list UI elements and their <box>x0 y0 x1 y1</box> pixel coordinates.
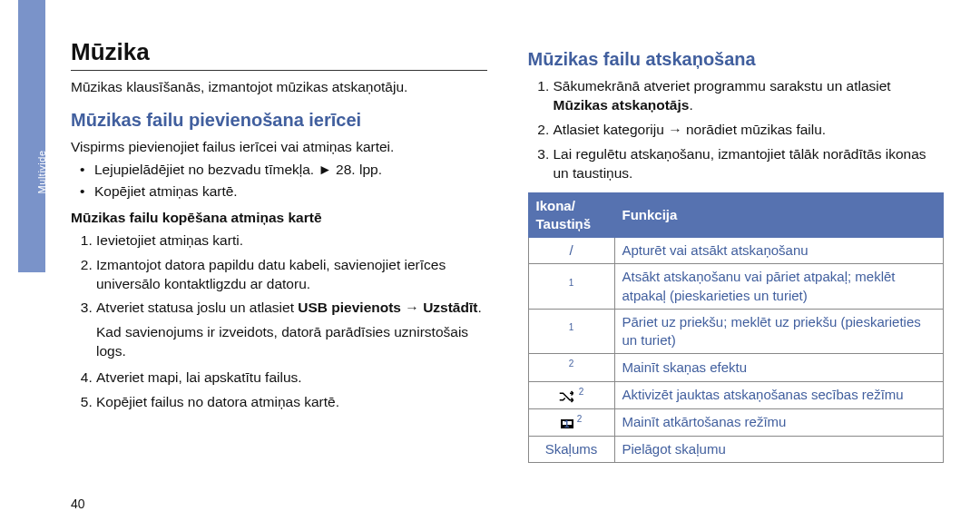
step-text: . <box>689 97 692 113</box>
key-cell: 2 <box>528 381 614 408</box>
strong-text: USB pievienots <box>298 300 401 315</box>
list-item: Atveriet statusa joslu un atlasiet USB p… <box>96 299 487 318</box>
page-number: 40 <box>71 496 85 513</box>
table-row: 1 2 Mainīt atkārtošanas režīmu <box>528 408 944 436</box>
key-cell: / <box>528 238 614 264</box>
list-item: Izmantojot datora papildu datu kabeli, s… <box>96 256 487 294</box>
intro-text: Mūzikas klausīšanās, izmantojot mūzikas … <box>71 78 487 97</box>
numbered-steps: Sākumekrānā atveriet programmu sarakstu … <box>528 77 945 183</box>
key-cell: 2 <box>528 354 614 381</box>
table-row: / Apturēt vai atsākt atskaņošanu <box>528 238 944 264</box>
side-tab <box>18 0 45 272</box>
function-cell: Atsākt atskaņošanu vai pāriet atpakaļ; m… <box>614 264 944 310</box>
list-item: Lai regulētu atskaņošanu, izmantojiet tā… <box>554 145 945 183</box>
table-row: 2 Mainīt skaņas efektu <box>528 354 944 381</box>
section-lead: Vispirms pievienojiet failus ierīcei vai… <box>71 138 487 157</box>
sub-heading-copy: Mūzikas failu kopēšana atmiņas kartē <box>71 209 487 228</box>
strong-text: Uzstādīt <box>423 300 477 315</box>
bullet-list: Lejupielādējiet no bezvadu tīmekļa. ► 28… <box>71 161 487 202</box>
step-text: Atveriet statusa joslu un atlasiet <box>96 300 298 315</box>
shuffle-icon <box>559 388 579 403</box>
list-item: Kopējiet failus no datora atmiņas kartē. <box>96 393 487 412</box>
strong-text: Mūzikas atskaņotājs <box>554 97 690 113</box>
step-text: → <box>401 300 423 315</box>
table-header-row: Ikona/ Taustiņš Funkcija <box>528 192 944 238</box>
key-cell: 1 <box>528 309 614 354</box>
list-item: Ievietojiet atmiņas karti. <box>96 231 487 251</box>
section-heading-playback: Mūzikas failu atskaņošana <box>528 47 945 72</box>
left-column: Mūzika Mūzikas klausīšanās, izmantojot m… <box>71 36 487 463</box>
table-row: 1 Atsākt atskaņošanu vai pāriet atpakaļ;… <box>528 264 944 310</box>
list-item: Kopējiet atmiņas kartē. <box>80 182 487 202</box>
step-note: Kad savienojums ir izveidots, datorā par… <box>71 323 487 361</box>
section-heading-add-files: Mūzikas failu pievienošana ierīcei <box>71 108 487 133</box>
function-cell: Pāriet uz priekšu; meklēt uz priekšu (pi… <box>614 309 944 354</box>
step-text: . <box>477 300 481 315</box>
main-heading: Mūzika <box>71 36 487 71</box>
key-cell: 1 2 <box>528 408 614 436</box>
function-cell: Apturēt vai atsākt atskaņošanu <box>614 238 944 264</box>
page-content: Mūzika Mūzikas klausīšanās, izmantojot m… <box>0 0 980 481</box>
list-item: Lejupielādējiet no bezvadu tīmekļa. ► 28… <box>80 161 487 180</box>
function-cell: Mainīt skaņas efektu <box>614 354 944 381</box>
numbered-steps: Atveriet mapi, lai apskatītu failus. Kop… <box>71 369 487 412</box>
header-text: Ikona/ <box>536 198 575 213</box>
function-table: Ikona/ Taustiņš Funkcija / Apturēt vai a… <box>528 192 945 464</box>
table-header-function: Funkcija <box>614 192 944 238</box>
list-item: Sākumekrānā atveriet programmu sarakstu … <box>554 77 945 115</box>
function-cell: Aktivizēt jauktas atskaņošanas secības r… <box>614 381 944 408</box>
numbered-steps: Ievietojiet atmiņas karti. Izmantojot da… <box>71 231 487 319</box>
list-item: Atveriet mapi, lai apskatītu failus. <box>96 369 487 388</box>
repeat-icon: 1 <box>561 419 573 428</box>
function-cell: Pielāgot skaļumu <box>614 437 944 463</box>
function-cell: Mainīt atkārtošanas režīmu <box>614 408 944 436</box>
key-cell: Skaļums <box>528 437 614 463</box>
table-row: Skaļums Pielāgot skaļumu <box>528 437 944 463</box>
table-header-key: Ikona/ Taustiņš <box>528 192 614 238</box>
side-tab-label: Multivide <box>35 150 49 193</box>
table-row: 2 Aktivizēt jauktas atskaņošanas secības… <box>528 381 944 408</box>
header-text: Taustiņš <box>536 216 592 231</box>
right-column: Mūzikas failu atskaņošana Sākumekrānā at… <box>528 36 945 463</box>
key-cell: 1 <box>528 264 614 310</box>
table-row: 1 Pāriet uz priekšu; meklēt uz priekšu (… <box>528 309 944 354</box>
step-text: Sākumekrānā atveriet programmu sarakstu … <box>554 78 891 93</box>
list-item: Atlasiet kategoriju → norādiet mūzikas f… <box>554 121 945 140</box>
